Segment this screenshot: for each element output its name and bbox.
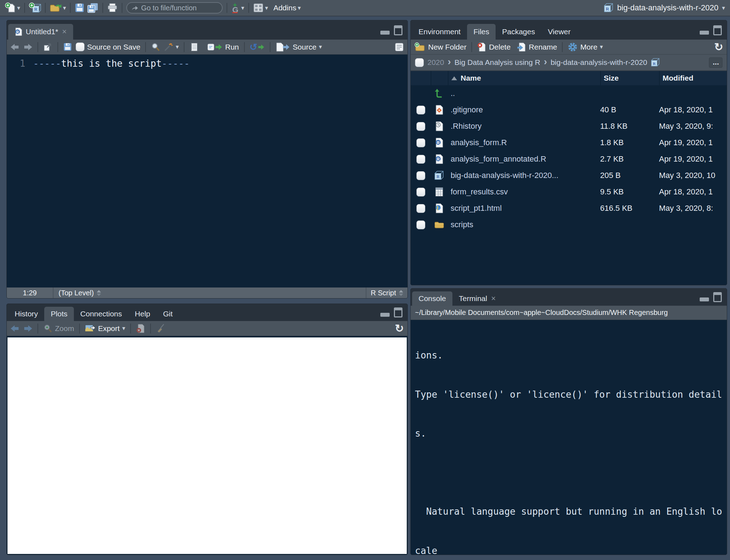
table-row-up-directory[interactable]: .. — [411, 85, 727, 102]
remove-plot-button[interactable] — [136, 324, 145, 333]
cursor-position[interactable]: 1:29 — [7, 287, 54, 298]
new-folder-button[interactable]: New Folder — [414, 42, 466, 52]
zoom-plot-button[interactable]: Zoom — [43, 324, 74, 333]
tab-history[interactable]: History — [8, 307, 44, 321]
forward-button[interactable] — [23, 43, 32, 51]
print-button[interactable] — [107, 3, 118, 13]
console-output[interactable]: ions. Type 'license()' or 'licence()' fo… — [411, 320, 727, 555]
console-tabbar: Console Terminal × — [411, 289, 727, 306]
code-tools-button[interactable]: ▾ — [164, 42, 179, 52]
toolbar-separator — [248, 3, 249, 13]
next-plot-button[interactable] — [23, 324, 32, 333]
open-file-button[interactable]: ▾ — [50, 3, 66, 13]
code-editor-surface[interactable]: 1 -----this is the script----- — [7, 55, 407, 287]
rerun-button[interactable]: ↺ — [250, 42, 265, 52]
source-on-save-checkbox[interactable] — [76, 42, 85, 51]
tab-terminal[interactable]: Terminal × — [452, 291, 502, 306]
back-button[interactable] — [10, 43, 20, 51]
delete-button[interactable]: Delete — [477, 42, 511, 52]
table-row[interactable]: form_results.csv 9.5 KB Apr 18, 2020, 1 — [411, 184, 727, 200]
row-checkbox[interactable] — [416, 138, 425, 147]
close-icon[interactable]: × — [491, 294, 496, 303]
row-checkbox[interactable] — [416, 188, 425, 197]
scope-selector[interactable]: (Top Level) — [54, 289, 366, 297]
broom-icon — [156, 324, 165, 333]
tab-plots[interactable]: Plots — [44, 307, 74, 321]
document-outline-button[interactable] — [395, 42, 404, 52]
breadcrumb-more-button[interactable]: ... — [709, 57, 723, 68]
save-button[interactable] — [75, 3, 85, 13]
filetype-selector[interactable]: R Script — [366, 287, 407, 298]
maximize-pane-icon[interactable] — [713, 25, 722, 35]
editor-tabbar: R Untitled1* × — [7, 20, 407, 40]
tab-files[interactable]: Files — [467, 24, 496, 40]
new-file-button[interactable]: ▾ — [5, 2, 20, 13]
row-checkbox[interactable] — [416, 171, 425, 180]
save-all-button[interactable] — [87, 2, 98, 13]
files-pane: Environment Files Packages Viewer New Fo… — [410, 20, 727, 285]
new-project-button[interactable]: R — [29, 2, 41, 13]
row-checkbox[interactable] — [416, 106, 425, 114]
minimize-pane-icon[interactable] — [380, 313, 390, 317]
tab-console[interactable]: Console — [412, 291, 452, 306]
row-checkbox[interactable] — [416, 220, 425, 229]
previous-plot-button[interactable] — [10, 324, 20, 333]
svg-text:R: R — [436, 174, 440, 179]
tab-connections[interactable]: Connections — [74, 307, 128, 321]
refresh-files-button[interactable]: ↻ — [714, 42, 723, 52]
back-arrow-icon — [10, 43, 20, 51]
row-checkbox[interactable] — [416, 204, 425, 213]
rename-button[interactable]: Rename — [517, 42, 557, 52]
tab-help[interactable]: Help — [128, 307, 157, 321]
header-size-column[interactable]: Size — [600, 71, 659, 85]
minimize-pane-icon[interactable] — [380, 31, 390, 35]
breadcrumb-item[interactable]: Big Data Analysis using R — [455, 58, 540, 67]
select-all-checkbox[interactable] — [415, 58, 424, 67]
table-row[interactable]: .Rhistory 11.8 KB May 3, 2020, 9: — [411, 118, 727, 134]
table-row[interactable]: R analysis_form.R 1.8 KB Apr 19, 2020, 1 — [411, 134, 727, 151]
table-row[interactable]: .gitignore 40 B Apr 18, 2020, 1 — [411, 102, 727, 118]
goto-file-input[interactable] — [141, 4, 218, 12]
find-replace-button[interactable] — [151, 42, 160, 52]
more-button[interactable]: More ▾ — [568, 42, 603, 52]
export-plot-button[interactable]: Export ▾ — [85, 324, 125, 333]
tab-environment[interactable]: Environment — [412, 24, 467, 40]
tab-packages[interactable]: Packages — [496, 24, 541, 40]
compile-notebook-button[interactable] — [189, 42, 199, 52]
console-line — [415, 466, 727, 479]
tab-untitled1[interactable]: R Untitled1* × — [8, 24, 73, 40]
header-modified-column[interactable]: Modified — [659, 71, 727, 85]
svg-text:R: R — [437, 157, 440, 161]
project-selector[interactable]: R big-data-analysis-with-r-2020 ▾ — [604, 3, 725, 13]
run-button[interactable]: Run — [207, 43, 239, 51]
r-script-file-icon: R — [435, 154, 444, 164]
workspace-panes-button[interactable]: ▾ — [253, 3, 268, 13]
goto-file-search[interactable] — [126, 2, 223, 14]
table-row[interactable]: R analysis_form_annotated.R 2.7 KB Apr 1… — [411, 151, 727, 167]
row-checkbox[interactable] — [416, 155, 425, 164]
addins-button[interactable]: Addins ▾ — [273, 4, 301, 12]
chevron-down-icon: ▾ — [17, 5, 20, 11]
maximize-pane-icon[interactable] — [394, 25, 402, 35]
clear-all-plots-button[interactable] — [156, 324, 165, 333]
minimize-pane-icon[interactable] — [700, 297, 709, 301]
tab-viewer[interactable]: Viewer — [541, 24, 577, 40]
refresh-plot-button[interactable]: ↻ — [395, 323, 404, 334]
version-control-button[interactable]: +G ▾ — [231, 2, 244, 14]
open-in-new-window-button[interactable] — [43, 42, 52, 52]
table-row[interactable]: R big-data-analysis-with-r-2020... 205 B… — [411, 167, 727, 184]
source-button[interactable]: Source ▾ — [275, 42, 322, 52]
breadcrumb-item[interactable]: 2020 — [427, 58, 444, 67]
minimize-pane-icon[interactable] — [700, 31, 709, 35]
breadcrumb-item[interactable]: big-data-analysis-with-r-2020 — [551, 58, 647, 67]
source-on-save-toggle[interactable]: Source on Save — [76, 42, 140, 51]
header-name-column[interactable]: Name — [448, 71, 600, 85]
close-icon[interactable]: × — [62, 27, 67, 36]
maximize-pane-icon[interactable] — [394, 307, 402, 317]
table-row[interactable]: script_pt1.html 616.5 KB May 3, 2020, 8: — [411, 200, 727, 217]
table-row[interactable]: scripts — [411, 217, 727, 233]
tab-git[interactable]: Git — [157, 307, 179, 321]
maximize-pane-icon[interactable] — [713, 292, 722, 302]
row-checkbox[interactable] — [416, 122, 425, 131]
save-document-button[interactable] — [63, 42, 72, 51]
